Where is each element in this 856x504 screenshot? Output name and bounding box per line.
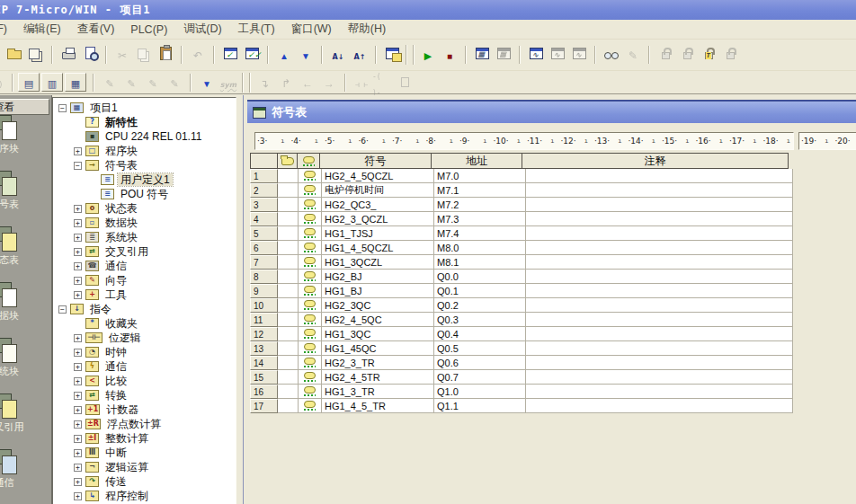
clear-network-button[interactable]: ✎ (164, 73, 185, 92)
line-down-button[interactable]: ↴ (254, 73, 275, 92)
tree-item-interrupt[interactable]: +Ⅲ中断 (55, 446, 236, 460)
view-ladder-button[interactable]: ▤ (18, 73, 40, 92)
symbol-icon-cell[interactable] (299, 341, 322, 356)
tree-expander-collapse-icon[interactable]: − (58, 104, 67, 112)
address-cell[interactable]: M7.3 (434, 212, 526, 226)
symbol-icon-cell[interactable] (299, 370, 322, 385)
row-number-cell[interactable]: 9 (250, 284, 278, 298)
tree-item-move[interactable]: +↷传送 (55, 474, 236, 489)
comment-cell[interactable] (526, 255, 793, 270)
navbar-header-button[interactable]: 查看 (0, 99, 49, 115)
tree-expander-expand-icon[interactable]: + (74, 334, 82, 342)
symbol-cell[interactable]: HG1_3_TR (322, 385, 434, 399)
tree-expander-expand-icon[interactable]: + (74, 219, 82, 227)
tree-item-data-block[interactable]: +▫数据块 (55, 216, 236, 230)
symbol-cell[interactable]: HG2_4_5TR (322, 370, 434, 385)
tree-item-convert[interactable]: +⇄转换 (55, 388, 236, 402)
navbar-item-symbol-table[interactable]: 符号表 (0, 171, 51, 226)
open-button[interactable] (4, 44, 25, 66)
symbol-icon-cell[interactable] (299, 298, 322, 313)
navbar-item-cross-reference[interactable]: 交叉引用 (0, 393, 51, 449)
row-number-cell[interactable]: 10 (250, 298, 278, 313)
comment-cell[interactable] (526, 399, 793, 413)
menu-plc[interactable]: PLC(P) (122, 22, 175, 38)
overlap-cell[interactable] (278, 255, 299, 270)
overlap-cell[interactable] (278, 284, 299, 298)
menu-view[interactable]: 查看(V) (69, 20, 123, 39)
symbol-cell[interactable]: HG1_BJ (322, 284, 434, 298)
menu-help[interactable]: 帮助(H) (340, 20, 394, 39)
menu-file[interactable]: 文件(F) (0, 20, 15, 39)
address-cell[interactable]: Q0.2 (434, 298, 526, 313)
symbol-cell[interactable]: HG2_3_TR (322, 356, 434, 370)
bookmark-2-button[interactable] (676, 44, 698, 66)
tree-item-favorites[interactable]: *收藏夹 (55, 316, 236, 331)
paste-button[interactable] (155, 44, 176, 66)
address-cell[interactable]: M7.0 (434, 169, 526, 183)
navbar-item-communications[interactable]: 通信 (0, 449, 51, 504)
overlap-cell[interactable] (278, 327, 299, 341)
tree-expander-expand-icon[interactable]: + (74, 147, 82, 155)
address-cell[interactable]: M8.1 (434, 255, 526, 270)
symbol-icon-cell[interactable] (299, 270, 322, 284)
address-cell[interactable]: M7.2 (434, 198, 526, 212)
tree-item-clock[interactable]: +◔时钟 (55, 345, 236, 359)
address-cell[interactable]: Q0.4 (434, 327, 526, 341)
overlap-cell[interactable] (278, 169, 299, 183)
menu-tools[interactable]: 工具(T) (230, 20, 283, 39)
bookmark-1-button[interactable] (655, 44, 676, 66)
symbol-icon-cell[interactable] (299, 255, 322, 270)
row-number-cell[interactable]: 15 (250, 370, 278, 385)
line-right-button[interactable]: → (318, 73, 340, 92)
overlap-cell[interactable] (278, 298, 299, 313)
comment-cell[interactable] (526, 313, 793, 327)
menu-edit[interactable]: 编辑(E) (15, 20, 69, 39)
tree-item-integer-math[interactable]: +±I整数计算 (55, 431, 236, 446)
row-number-cell[interactable]: 11 (250, 313, 278, 327)
comment-cell[interactable] (526, 356, 793, 370)
comment-cell[interactable] (526, 198, 793, 212)
delete-network-button[interactable]: ✎ (120, 73, 142, 92)
program-status-button[interactable]: ▦ (471, 44, 493, 66)
toggle-addressing-button[interactable]: ▼ (196, 73, 218, 92)
insert-contact-button[interactable]: ⊣ ⊢ (351, 73, 372, 92)
row-number-cell[interactable]: 4 (250, 212, 278, 226)
print-button[interactable] (58, 44, 79, 66)
address-cell[interactable]: Q0.0 (434, 270, 526, 284)
tree-item-instructions[interactable]: −↓指令 (55, 302, 236, 316)
tree-item-new-features[interactable]: ?新特性 (55, 115, 236, 129)
options-button[interactable] (381, 44, 403, 66)
insert-box-button[interactable] (394, 73, 415, 92)
navbar-item-program-block[interactable]: 程序块 (0, 115, 51, 171)
symbol-icon-cell[interactable] (299, 385, 322, 399)
row-number-cell[interactable]: 6 (250, 241, 278, 255)
comment-cell[interactable] (526, 370, 793, 385)
comment-cell[interactable] (526, 327, 793, 341)
overlap-cell[interactable] (278, 399, 299, 413)
tree-expander-expand-icon[interactable]: + (74, 291, 82, 299)
tree-item-logical-operations[interactable]: +¬逻辑运算 (55, 460, 236, 474)
tree-item-tools[interactable]: ++工具 (55, 287, 236, 302)
overlap-cell[interactable] (278, 226, 299, 241)
pause-chart-button[interactable]: ∿ (568, 44, 590, 66)
save-all-button[interactable] (25, 44, 47, 66)
row-number-cell[interactable]: 1 (250, 169, 278, 183)
symbol-cell[interactable]: HG2_QC3_ (322, 198, 434, 212)
symbol-table-titlebar[interactable]: 符号表 (247, 100, 856, 123)
tree-expander-expand-icon[interactable]: + (74, 377, 82, 385)
row-number-cell[interactable]: 16 (250, 385, 278, 399)
stop-button[interactable]: ■ (439, 44, 460, 66)
comment-cell[interactable] (526, 284, 793, 298)
view-fbd-button[interactable]: ▦ (65, 73, 86, 92)
address-cell[interactable]: Q1.0 (434, 385, 526, 399)
row-number-cell[interactable]: 17 (250, 399, 278, 413)
address-cell[interactable]: Q0.7 (434, 370, 526, 385)
line-left-button[interactable]: ← (297, 73, 318, 92)
tree-expander-expand-icon[interactable]: + (74, 464, 82, 472)
tree-item-symbol-table[interactable]: −→符号表 (55, 158, 236, 172)
menu-window[interactable]: 窗口(W) (283, 20, 340, 39)
pause-program-status-button[interactable]: ▦ (493, 44, 514, 66)
overlap-cell[interactable] (278, 341, 299, 356)
sort-ascending-button[interactable]: A↑ (349, 44, 370, 66)
address-cell[interactable]: Q0.6 (434, 356, 526, 370)
